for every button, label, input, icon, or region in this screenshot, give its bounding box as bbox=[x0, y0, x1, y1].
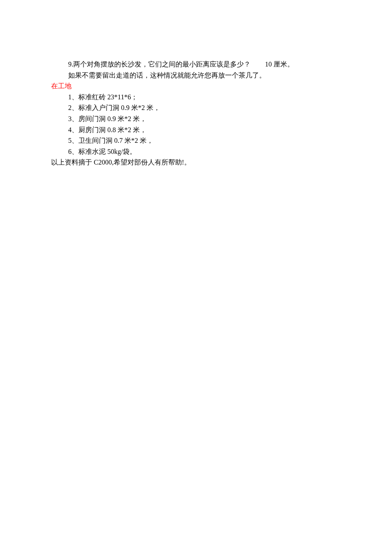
q9-text: 9.两个对角摆放的长沙发，它们之间的最小距离应该是多少？ bbox=[68, 61, 251, 68]
footer-note: 以上资料摘于 C2000,希望对部份人有所帮助!。 bbox=[51, 157, 341, 168]
item-5: 5、卫生间门洞 0.7 米*2 米， bbox=[51, 135, 341, 146]
question-9: 9.两个对角摆放的长沙发，它们之间的最小距离应该是多少？ 10 厘米。 bbox=[51, 59, 341, 70]
item-1: 1、标准红砖 23*11*6； bbox=[51, 92, 341, 103]
document-content: 9.两个对角摆放的长沙发，它们之间的最小距离应该是多少？ 10 厘米。 如果不需… bbox=[0, 0, 392, 168]
item-6: 6、标准水泥 50kg/袋。 bbox=[51, 146, 341, 157]
item-2: 2、标准入户门洞 0.9 米*2 米， bbox=[51, 102, 341, 113]
q9-answer: 10 厘米。 bbox=[252, 59, 294, 70]
item-3: 3、房间门洞 0.9 米*2 米， bbox=[51, 113, 341, 124]
section-heading: 在工地 bbox=[51, 81, 341, 92]
item-4: 4、厨房门洞 0.8 米*2 米， bbox=[51, 124, 341, 136]
q9-note: 如果不需要留出走道的话，这种情况就能允许您再放一个茶几了。 bbox=[51, 70, 341, 81]
